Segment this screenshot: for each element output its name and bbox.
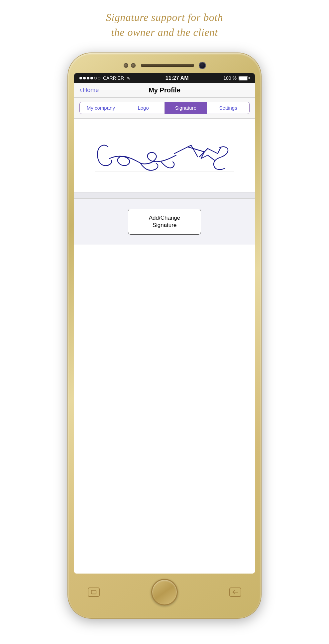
status-bar: CARRIER ∿ 11:27 AM 100 % xyxy=(74,73,255,83)
front-camera xyxy=(199,62,205,68)
signal-dots xyxy=(79,77,100,79)
battery-fill xyxy=(239,76,247,80)
battery-percent: 100 % xyxy=(223,75,237,81)
tab-logo[interactable]: Logo xyxy=(122,102,165,114)
wifi-icon: ∿ xyxy=(127,75,131,81)
back-label: Home xyxy=(83,87,99,94)
headline: Signature support for both the owner and… xyxy=(106,10,223,40)
tab-my-company[interactable]: My company xyxy=(80,102,122,114)
back-button[interactable]: ‹ Home xyxy=(79,86,109,94)
signature-section xyxy=(74,118,255,192)
status-right: 100 % xyxy=(223,75,250,81)
bottom-left-button[interactable] xyxy=(88,588,100,597)
content-area: Add/Change Signature xyxy=(74,118,255,574)
tab-signature[interactable]: Signature xyxy=(165,102,207,114)
white-fill-area xyxy=(74,245,255,574)
back-chevron-icon: ‹ xyxy=(79,86,82,94)
tab-bar-inner: My company Logo Signature Settings xyxy=(79,102,250,114)
bottom-buttons-row xyxy=(88,579,241,605)
svg-rect-1 xyxy=(91,590,96,594)
signature-canvas xyxy=(81,129,248,182)
signal-dot-5 xyxy=(94,77,97,79)
page-wrapper: Signature support for both the owner and… xyxy=(0,0,329,644)
button-section: Add/Change Signature xyxy=(74,199,255,245)
nav-bar: ‹ Home My Profile xyxy=(74,83,255,98)
phone-top-hardware xyxy=(74,59,255,73)
nav-title: My Profile xyxy=(109,86,220,94)
bottom-right-button[interactable] xyxy=(229,588,241,597)
gray-spacer xyxy=(74,192,255,199)
camera-dots xyxy=(124,63,136,68)
tab-settings[interactable]: Settings xyxy=(207,102,249,114)
phone-bottom-hardware xyxy=(74,574,255,612)
tab-bar: My company Logo Signature Settings xyxy=(74,98,255,118)
signal-dot-1 xyxy=(79,77,82,79)
status-left: CARRIER ∿ xyxy=(79,75,131,81)
carrier-text: CARRIER xyxy=(103,75,124,81)
battery-icon xyxy=(239,76,250,80)
camera-dot-1 xyxy=(124,63,128,68)
signal-dot-6 xyxy=(98,77,100,79)
home-button[interactable] xyxy=(151,579,178,605)
square-icon xyxy=(91,589,97,595)
signal-dot-2 xyxy=(83,77,86,79)
camera-dot-2 xyxy=(131,63,136,68)
phone-screen: CARRIER ∿ 11:27 AM 100 % ‹ xyxy=(74,73,255,574)
back-nav-icon xyxy=(232,589,238,595)
battery-body xyxy=(239,76,248,80)
phone-shell: CARRIER ∿ 11:27 AM 100 % ‹ xyxy=(68,53,261,618)
signature-drawing xyxy=(81,129,248,182)
signal-dot-4 xyxy=(90,77,93,79)
speaker-bar xyxy=(141,64,194,67)
signal-dot-3 xyxy=(87,77,89,79)
status-time: 11:27 AM xyxy=(165,75,189,81)
add-change-signature-button[interactable]: Add/Change Signature xyxy=(128,209,201,235)
battery-tip xyxy=(249,77,250,79)
